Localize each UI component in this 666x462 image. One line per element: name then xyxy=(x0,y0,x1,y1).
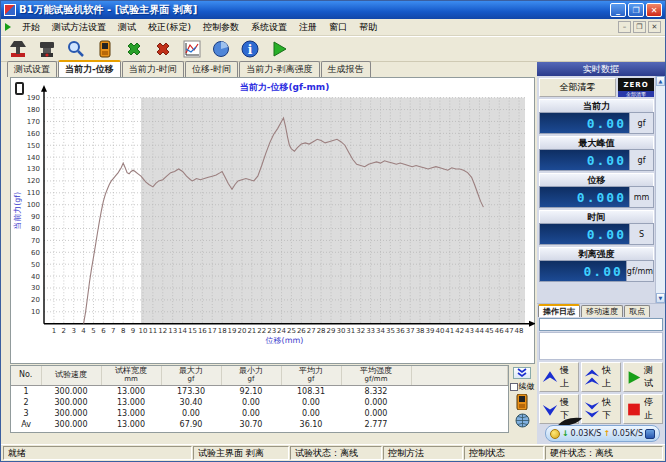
press-machine-icon xyxy=(8,39,28,59)
table-cell: 300.000 xyxy=(41,408,101,419)
measure-label: 当前力 xyxy=(539,99,654,112)
minimize-button[interactable]: _ xyxy=(610,3,626,17)
table-row[interactable]: Av300.00013.00067.9030.7036.102.777 xyxy=(11,419,508,430)
tab-2[interactable]: 当前力-时间 xyxy=(122,61,184,77)
chevron-double-down-icon xyxy=(516,368,528,378)
globe-icon[interactable] xyxy=(513,412,531,428)
zero-all-button[interactable]: 全部清零 xyxy=(539,78,616,97)
close-button[interactable]: ✕ xyxy=(646,3,662,17)
menu-item-4[interactable]: 控制参数 xyxy=(197,20,245,35)
jog-button-stop[interactable]: 停止 xyxy=(623,394,663,424)
menu-item-6[interactable]: 注册 xyxy=(293,20,323,35)
magnifier-button[interactable] xyxy=(63,38,89,60)
coin-icon xyxy=(550,429,560,439)
mdi-restore-button[interactable]: ❐ xyxy=(633,21,646,33)
svg-text:40: 40 xyxy=(31,273,40,281)
jog-button-chevron-up[interactable]: 慢上 xyxy=(539,362,579,392)
green-x-button[interactable] xyxy=(121,38,147,60)
status-cell-1: 试验主界面 剥离 xyxy=(193,446,289,460)
table-cell: 92.10 xyxy=(221,385,281,397)
meter-device-button[interactable] xyxy=(92,38,118,60)
log-tab-2[interactable]: 取点 xyxy=(624,305,650,317)
svg-text:30: 30 xyxy=(336,327,345,335)
jog-button-chevron-double-down[interactable]: 快下 xyxy=(581,394,621,424)
jog-button-chevron-double-up[interactable]: 快上 xyxy=(581,362,621,392)
red-x-button[interactable] xyxy=(150,38,176,60)
svg-text:7: 7 xyxy=(111,327,115,335)
table-cell: 8.332 xyxy=(341,385,411,397)
table-header-cell: 最小力gf xyxy=(221,366,281,385)
main-area: 测试设置当前力-位移当前力-时间位移-时间当前力-剥离强度生成报告 102030… xyxy=(1,62,665,444)
mdi-minimize-button[interactable]: – xyxy=(618,21,631,33)
info-button[interactable]: i xyxy=(237,38,263,60)
tab-3[interactable]: 位移-时间 xyxy=(185,61,238,77)
table-row[interactable]: 3300.00013.0000.000.000.000.000 xyxy=(11,408,508,419)
tab-1[interactable]: 当前力-位移 xyxy=(58,60,121,77)
restore-button[interactable]: ❐ xyxy=(628,3,644,17)
net-speed-widget[interactable]: ↓ 0.03K/S ↑ 0.05K/S xyxy=(545,425,660,442)
measure-display: 0.00gf/mm xyxy=(539,260,654,282)
tab-0[interactable]: 测试设置 xyxy=(7,61,57,77)
info-icon: i xyxy=(240,39,260,59)
menu-item-5[interactable]: 系统设置 xyxy=(245,20,293,35)
table-row[interactable]: 1300.00013.000173.3092.10108.318.332 xyxy=(11,385,508,397)
table-cell: 13.000 xyxy=(101,397,161,408)
jog-controls: 慢上快上测试慢下快下停止 xyxy=(537,361,665,426)
checkbox-box[interactable] xyxy=(510,383,518,391)
log-tab-1[interactable]: 移动速度 xyxy=(581,305,623,317)
continue-checkbox[interactable]: 续做 xyxy=(510,381,535,392)
start-play-button[interactable] xyxy=(266,38,292,60)
collapse-table-button[interactable] xyxy=(513,367,531,379)
meter-device-icon xyxy=(95,39,115,59)
log-input[interactable] xyxy=(539,318,663,331)
svg-text:2: 2 xyxy=(62,327,66,335)
menu-item-0[interactable]: 开始 xyxy=(16,20,46,35)
jog-button-chevron-down[interactable]: 慢下 xyxy=(539,394,579,424)
tab-5[interactable]: 生成报告 xyxy=(321,61,371,77)
svg-text:36: 36 xyxy=(396,327,405,335)
meter-device-icon[interactable] xyxy=(513,394,531,410)
menu-item-3[interactable]: 校正(标定) xyxy=(142,20,197,35)
checkbox-label: 续做 xyxy=(519,381,535,392)
svg-text:8: 8 xyxy=(121,327,125,335)
curve-chart-button[interactable] xyxy=(179,38,205,60)
tab-4[interactable]: 当前力-剥离强度 xyxy=(239,61,319,77)
press-machine-button[interactable] xyxy=(5,38,31,60)
svg-text:32: 32 xyxy=(356,327,365,335)
svg-text:33: 33 xyxy=(366,327,375,335)
stop-icon xyxy=(625,400,643,419)
table-cell: Av xyxy=(11,419,41,430)
svg-text:位移(mm): 位移(mm) xyxy=(266,336,304,345)
jog-button-play[interactable]: 测试 xyxy=(623,362,663,392)
upload-arrow-icon: ↑ xyxy=(603,429,610,438)
scroll-up-icon[interactable]: ▲ xyxy=(656,76,665,86)
chart-page-icon[interactable] xyxy=(15,82,24,95)
svg-text:120: 120 xyxy=(27,177,40,185)
menu-item-2[interactable]: 测试 xyxy=(112,20,142,35)
svg-text:46: 46 xyxy=(495,327,504,335)
log-tab-0[interactable]: 操作日志 xyxy=(538,304,580,317)
mdi-close-button[interactable]: ✕ xyxy=(648,21,661,33)
pie-chart-button[interactable] xyxy=(208,38,234,60)
svg-text:190: 190 xyxy=(27,94,40,102)
clamp-machine-button[interactable] xyxy=(34,38,60,60)
table-cell: 0.00 xyxy=(281,408,341,419)
svg-text:80: 80 xyxy=(31,225,40,233)
chevron-up-icon xyxy=(541,368,559,387)
realtime-scrollbar[interactable]: ▲ ▼ xyxy=(655,76,665,303)
svg-text:11: 11 xyxy=(148,327,157,335)
log-tab-bar: 操作日志移动速度取点 xyxy=(537,304,665,317)
zero-icon[interactable]: ZERO 全部清零 xyxy=(618,78,654,97)
menu-item-1[interactable]: 测试方法设置 xyxy=(46,20,112,35)
menu-item-8[interactable]: 帮助 xyxy=(353,20,383,35)
scroll-track[interactable] xyxy=(656,86,665,293)
menu-item-7[interactable]: 窗口 xyxy=(323,20,353,35)
curve-chart-icon xyxy=(182,39,202,59)
scroll-down-icon[interactable]: ▼ xyxy=(656,293,665,303)
measure-display: 0.00gf xyxy=(539,112,654,134)
svg-text:40: 40 xyxy=(435,327,444,335)
upload-speed: 0.05K/S xyxy=(612,429,643,438)
table-cell: 13.000 xyxy=(101,385,161,397)
measure-unit: gf/mm xyxy=(626,261,653,281)
table-row[interactable]: 2300.00013.00030.400.000.000.000 xyxy=(11,397,508,408)
